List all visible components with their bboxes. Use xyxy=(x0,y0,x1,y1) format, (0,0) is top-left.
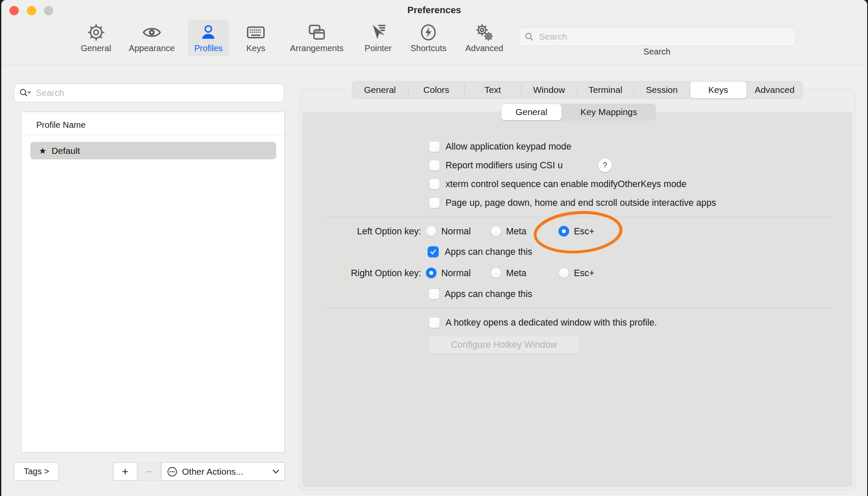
eye-icon xyxy=(142,23,162,42)
toolbar-label: Profiles xyxy=(194,43,223,53)
toolbar-label: General xyxy=(81,43,111,53)
checkbox-label: A hotkey opens a dedicated window with t… xyxy=(446,317,657,328)
profile-name: Default xyxy=(52,146,80,156)
radio-label: Esc+ xyxy=(574,226,594,237)
checkbox-label: Page up, page down, home and end scroll … xyxy=(446,198,716,208)
toolbar-item-appearance[interactable]: Appearance xyxy=(122,20,181,56)
checkbox-label: Apps can change this xyxy=(445,289,532,300)
radio-label: Normal xyxy=(441,226,471,237)
search-scope-icon xyxy=(19,88,32,98)
other-actions-dropdown[interactable]: Other Actions... xyxy=(161,462,285,481)
radio-label: Esc+ xyxy=(574,268,594,279)
search-icon xyxy=(524,32,534,42)
toolbar-search-label: Search xyxy=(518,47,796,57)
subtab-key-mappings[interactable]: Key Mappings xyxy=(561,104,656,121)
toolbar-search-field[interactable] xyxy=(518,27,796,46)
left-option-key-label: Left Option key: xyxy=(300,226,421,237)
window-title: Preferences xyxy=(1,5,867,16)
toolbar-item-advanced[interactable]: Advanced xyxy=(459,20,510,56)
checkbox-page-scroll[interactable] xyxy=(429,197,440,208)
list-header-divider xyxy=(21,135,284,135)
right-option-esc-radio[interactable] xyxy=(558,268,569,278)
right-apps-can-change-checkbox[interactable] xyxy=(428,288,440,300)
toolbar-label: Advanced xyxy=(466,43,503,53)
left-option-esc-radio[interactable] xyxy=(558,226,569,236)
gear-icon xyxy=(86,23,106,42)
add-profile-button[interactable]: + xyxy=(113,462,137,481)
tags-button-label: Tags > xyxy=(24,467,49,476)
right-option-key-label: Right Option key: xyxy=(300,268,421,279)
radio-label: Normal xyxy=(441,268,471,279)
hotkey-window-checkbox[interactable] xyxy=(429,317,440,328)
toolbar-label: Pointer xyxy=(365,43,391,53)
toolbar-item-profiles[interactable]: Profiles xyxy=(188,20,229,56)
keyboard-icon xyxy=(246,23,266,42)
toolbar-item-general[interactable]: General xyxy=(74,20,117,56)
chevron-down-icon xyxy=(272,470,279,474)
other-actions-label: Other Actions... xyxy=(182,467,272,477)
left-option-normal-radio[interactable] xyxy=(426,226,437,236)
toolbar-divider xyxy=(1,64,867,65)
checkbox-label: xterm control sequence can enable modify… xyxy=(446,179,686,190)
left-apps-can-change-checkbox[interactable] xyxy=(428,246,439,257)
radio-label: Meta xyxy=(506,226,527,237)
minus-icon: − xyxy=(146,466,152,478)
ellipsis-circle-icon xyxy=(167,466,178,477)
toolbar-item-shortcuts[interactable]: Shortcuts xyxy=(404,20,453,56)
section-divider xyxy=(323,308,833,308)
tags-button[interactable]: Tags > xyxy=(14,462,59,481)
check-icon xyxy=(429,248,437,256)
toolbar-item-keys[interactable]: Keys xyxy=(240,20,272,56)
tab-session[interactable]: Session xyxy=(634,81,690,99)
left-option-meta-radio[interactable] xyxy=(491,226,501,236)
checkbox-modify-other-keys[interactable] xyxy=(429,179,440,190)
tab-keys[interactable]: Keys xyxy=(690,81,746,98)
profile-list-header: Profile Name xyxy=(21,112,284,130)
toolbar-label: Shortcuts xyxy=(411,43,446,53)
person-icon xyxy=(199,23,218,42)
profile-search-input[interactable] xyxy=(35,87,279,98)
star-icon: ★ xyxy=(39,146,46,156)
checkbox-label: Report modifiers using CSI u xyxy=(446,160,563,171)
keys-subtab-bar: General Key Mappings xyxy=(501,104,656,121)
keys-tab-content xyxy=(302,112,853,487)
right-option-normal-radio[interactable] xyxy=(426,268,437,278)
remove-profile-button[interactable]: − xyxy=(137,462,161,481)
right-option-meta-radio[interactable] xyxy=(491,268,501,278)
toolbar-item-arrangements[interactable]: Arrangements xyxy=(284,20,350,56)
section-divider xyxy=(323,217,833,217)
toolbar-label: Keys xyxy=(246,43,265,53)
radio-label: Meta xyxy=(506,268,527,279)
help-button[interactable]: ? xyxy=(598,159,612,172)
add-remove-group: + − xyxy=(113,462,161,481)
tab-advanced[interactable]: Advanced xyxy=(746,81,803,99)
toolbar-label: Arrangements xyxy=(290,43,344,53)
gears-icon xyxy=(475,23,494,42)
checkbox-label: Apps can change this xyxy=(445,247,532,257)
toolbar-item-pointer[interactable]: Pointer xyxy=(358,20,398,56)
subtab-general[interactable]: General xyxy=(501,104,561,120)
windows-icon xyxy=(307,23,327,42)
tab-text[interactable]: Text xyxy=(465,81,521,99)
lightning-icon xyxy=(419,23,438,42)
profile-search-field[interactable] xyxy=(14,84,284,102)
toolbar-label: Appearance xyxy=(129,43,175,53)
plus-icon: + xyxy=(122,465,128,478)
profile-tab-bar: General Colors Text Window Terminal Sess… xyxy=(352,81,803,99)
preferences-window: Preferences General Appearance P xyxy=(1,0,867,496)
profile-list[interactable]: Profile Name ★ Default xyxy=(21,112,285,453)
checkbox-keypad-mode[interactable] xyxy=(429,141,440,152)
checkbox-label: Allow application keypad mode xyxy=(446,141,571,152)
tab-window[interactable]: Window xyxy=(521,81,577,99)
tab-colors[interactable]: Colors xyxy=(408,81,464,99)
tab-terminal[interactable]: Terminal xyxy=(577,81,634,99)
toolbar-search-input[interactable] xyxy=(538,31,790,42)
cursor-icon xyxy=(368,23,388,42)
tab-general[interactable]: General xyxy=(352,81,408,99)
profile-row-default[interactable]: ★ Default xyxy=(30,142,276,159)
configure-hotkey-window-button[interactable]: Configure Hotkey Window xyxy=(428,336,580,354)
checkbox-csi-u[interactable] xyxy=(429,160,440,171)
